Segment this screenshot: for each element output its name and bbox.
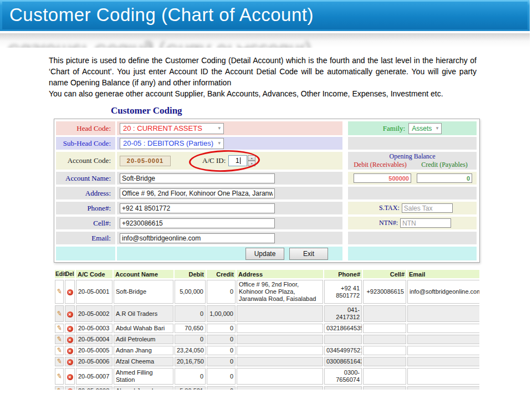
cell-credit: 0: [207, 324, 236, 333]
edit-icon[interactable]: ✎: [56, 387, 63, 390]
delete-icon[interactable]: ✕: [67, 289, 73, 295]
edit-icon[interactable]: ✎: [56, 324, 63, 332]
cell-label: Cell#:: [56, 217, 115, 229]
opening-debit-input[interactable]: [354, 173, 411, 183]
filler-cell: [348, 247, 477, 260]
debit-receivables-label: Debit (Receivables): [348, 161, 412, 169]
cell-cellno: +9230086615: [363, 280, 406, 304]
cell-ac-code: 20-05-0001: [76, 280, 112, 304]
edit-icon[interactable]: ✎: [56, 310, 63, 318]
edit-icon[interactable]: ✎: [56, 335, 63, 344]
header-credit: Credit: [207, 270, 236, 278]
table-row: ✎ ✕ 20-05-0006 Afzal Cheema 20,16,750 0 …: [55, 357, 479, 366]
cell-phone: 0300-7656074: [324, 368, 362, 385]
head-code-dropdown[interactable]: 20 : CURRENT ASSETS ▾: [120, 123, 224, 134]
cell-credit: 0: [207, 346, 236, 355]
delete-icon[interactable]: ✕: [67, 348, 73, 354]
cell-cellno: [363, 368, 406, 385]
spin-down-icon[interactable]: ▾: [248, 161, 255, 166]
account-code-value: 20-05-0001: [120, 156, 171, 166]
opening-credit-input[interactable]: [417, 173, 472, 183]
family-dropdown[interactable]: Assets ▾: [408, 123, 442, 134]
cell-ac-code: 20-05-0005: [76, 346, 112, 355]
cell-debit: 0: [175, 368, 206, 385]
phone-input[interactable]: [120, 203, 275, 213]
intro-text: This picture is used to define the Custo…: [49, 55, 477, 99]
delete-icon[interactable]: ✕: [67, 359, 73, 365]
cell-cellno: [363, 346, 406, 355]
text-caret: [240, 157, 241, 164]
email-input[interactable]: [120, 233, 275, 243]
cell-email: [407, 305, 479, 322]
delete-icon[interactable]: ✕: [67, 311, 73, 318]
exit-button[interactable]: Exit: [289, 248, 328, 260]
cell-credit: 0: [207, 368, 236, 385]
title-banner: Customer Coding (Chart of Account): [0, 0, 530, 31]
cell-address: [237, 335, 323, 344]
slide-title: Customer Coding (Chart of Account): [2, 2, 528, 29]
stax-input[interactable]: [402, 203, 453, 213]
cell-cellno: [363, 305, 406, 322]
cell-address: [237, 305, 323, 322]
cell-email: info@softbridgeonline.com: [407, 280, 479, 304]
sub-head-code-dropdown[interactable]: 20-05 : DEBITORS (Parties) ▾: [120, 138, 224, 149]
head-code-label: Head Code:: [56, 121, 115, 135]
update-button[interactable]: Update: [245, 248, 284, 260]
cell-credit: 1,00,000: [207, 305, 236, 322]
slide: Customer Coding (Chart of Account) Custo…: [0, 0, 532, 399]
filler-cell: [348, 137, 477, 150]
cell-account-name: Afzal Cheema: [114, 357, 173, 366]
cell-cellno: [363, 335, 406, 344]
credit-payables-label: Credit (Payables): [412, 161, 477, 169]
account-name-input[interactable]: [120, 173, 275, 183]
cell-address: [237, 357, 323, 366]
accounts-table: Edit Del A/C Code Account Name Debit Cre…: [54, 268, 479, 390]
table-row: ✎ ✕ 20-05-0003 Abdul Wahab Bari 70,650 0…: [55, 324, 479, 333]
edit-icon[interactable]: ✎: [56, 372, 63, 381]
ac-id-spinner[interactable]: ▴ ▾: [248, 155, 255, 166]
cell-phone: [324, 335, 362, 344]
cell-email: [407, 324, 479, 333]
cell-phone: 041-2417312: [324, 305, 362, 322]
address-label: Address:: [56, 187, 115, 200]
account-name-label: Account Name:: [56, 172, 115, 185]
cell-account-name: Soft-Bridge: [114, 280, 173, 304]
delete-icon[interactable]: ✕: [67, 374, 73, 380]
header-ac-code: A/C Code: [76, 270, 112, 278]
edit-icon[interactable]: ✎: [56, 288, 63, 296]
ntn-input[interactable]: [400, 218, 451, 228]
cell-account-name: Adil Petroleum: [114, 335, 173, 344]
cell-credit: 0: [207, 357, 236, 366]
cell-email: [407, 386, 479, 390]
cell-account-name: Abdul Wahab Bari: [114, 324, 173, 333]
header-cell: Cell#: [363, 270, 406, 278]
cell-cellno: [363, 386, 406, 390]
cell-ac-code: 20-05-0007: [76, 368, 112, 385]
cell-email: [407, 368, 479, 385]
spin-up-icon[interactable]: ▴: [248, 155, 255, 161]
delete-icon[interactable]: ✕: [67, 326, 73, 332]
cell-address: [237, 346, 323, 355]
ac-id-input[interactable]: 1: [228, 155, 247, 166]
cell-account-name: Ahmed Javed: [114, 386, 173, 390]
cell-phone: 03218664535: [324, 324, 362, 333]
cell-cellno: [363, 357, 406, 366]
edit-icon[interactable]: ✎: [56, 346, 63, 355]
sub-head-code-value: 20-05 : DEBITORS (Parties): [123, 139, 213, 147]
cell-debit: 20,16,750: [175, 357, 206, 366]
cell-ac-code: 20-05-0008: [76, 386, 112, 390]
edit-icon[interactable]: ✎: [56, 357, 63, 366]
cell-phone: +92 41 8501772: [324, 280, 362, 304]
cell-input[interactable]: [120, 218, 275, 228]
table-row: ✎ ✕ 20-05-0001 Soft-Bridge 5,00,000 0 Of…: [55, 280, 479, 304]
header-debit: Debit: [175, 270, 206, 278]
delete-icon[interactable]: ✕: [67, 337, 73, 343]
address-input[interactable]: [120, 188, 275, 198]
chevron-down-icon: ▾: [218, 141, 221, 146]
header-del: Del: [65, 270, 75, 278]
cell-address: Office # 96, 2nd Floor, Kohinoor One Pla…: [237, 280, 323, 304]
opening-balance-title: Opening Balance: [348, 152, 477, 161]
delete-icon[interactable]: ✕: [67, 388, 73, 390]
header-edit: Edit: [55, 270, 64, 278]
intro-paragraph-1: This picture is used to define the Custo…: [49, 55, 477, 88]
